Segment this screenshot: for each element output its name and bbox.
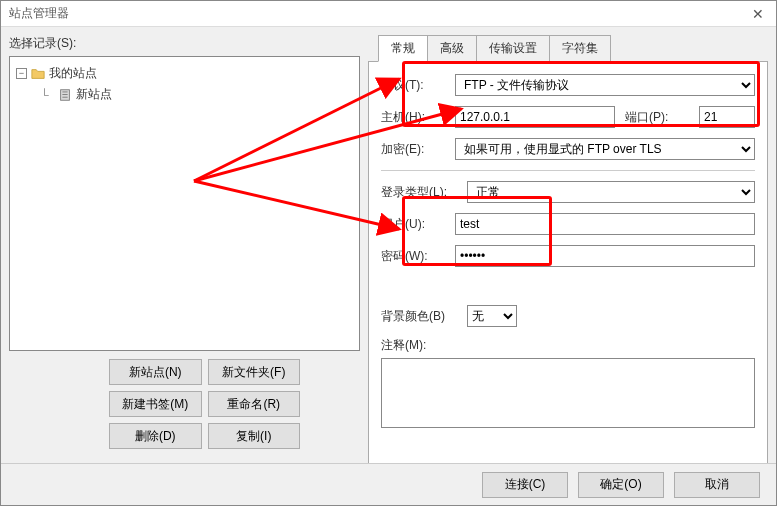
tab-transfer[interactable]: 传输设置 (476, 35, 550, 62)
row-bgcolor: 背景颜色(B) 无 (381, 305, 755, 327)
folder-icon (31, 67, 45, 81)
titlebar: 站点管理器 ✕ (1, 1, 776, 27)
tree-child-label: 新站点 (76, 86, 112, 103)
window-title: 站点管理器 (9, 5, 69, 22)
bgcolor-select[interactable]: 无 (467, 305, 517, 327)
right-pane: 常规 高级 传输设置 字符集 协议(T): FTP - 文件传输协议 主机(H)… (368, 35, 768, 449)
comments-textarea[interactable] (381, 358, 755, 428)
tree-root-label: 我的站点 (49, 65, 97, 82)
row-password: 密码(W): (381, 245, 755, 267)
tree-root[interactable]: − 我的站点 (16, 63, 353, 84)
dialog-footer: 连接(C) 确定(O) 取消 (1, 463, 776, 505)
ok-button[interactable]: 确定(O) (578, 472, 664, 498)
row-protocol: 协议(T): FTP - 文件传输协议 (381, 74, 755, 96)
new-site-button[interactable]: 新站点(N) (109, 359, 202, 385)
new-folder-button[interactable]: 新文件夹(F) (208, 359, 301, 385)
separator (381, 170, 755, 171)
tab-advanced[interactable]: 高级 (427, 35, 477, 62)
content-area: 选择记录(S): − 我的站点 └ 新站点 新站 (1, 27, 776, 457)
server-icon (58, 88, 72, 102)
bgcolor-label: 背景颜色(B) (381, 308, 461, 325)
cancel-button[interactable]: 取消 (674, 472, 760, 498)
site-manager-window: 站点管理器 ✕ 选择记录(S): − 我的站点 └ 新站 (0, 0, 777, 506)
host-input[interactable] (455, 106, 615, 128)
expander-icon[interactable]: − (16, 68, 27, 79)
tab-general[interactable]: 常规 (378, 35, 428, 62)
row-user: 用户(U): (381, 213, 755, 235)
password-input[interactable] (455, 245, 755, 267)
protocol-label: 协议(T): (381, 77, 449, 94)
port-input[interactable] (699, 106, 755, 128)
copy-button[interactable]: 复制(I) (208, 423, 301, 449)
site-tree[interactable]: − 我的站点 └ 新站点 (9, 56, 360, 351)
tab-panel-general: 协议(T): FTP - 文件传输协议 主机(H): 端口(P): 加密(E):… (368, 61, 768, 466)
tree-branch-icon: └ (40, 88, 54, 102)
svg-rect-1 (62, 91, 67, 92)
svg-rect-3 (62, 96, 67, 97)
host-label: 主机(H): (381, 109, 449, 126)
user-input[interactable] (455, 213, 755, 235)
tab-strip: 常规 高级 传输设置 字符集 (378, 35, 777, 62)
port-label: 端口(P): (625, 109, 693, 126)
new-bookmark-button[interactable]: 新建书签(M) (109, 391, 202, 417)
logon-type-select[interactable]: 正常 (467, 181, 755, 203)
left-pane: 选择记录(S): − 我的站点 └ 新站点 新站 (9, 35, 360, 449)
close-icon[interactable]: ✕ (748, 6, 768, 22)
comments-label: 注释(M): (381, 337, 755, 354)
user-label: 用户(U): (381, 216, 449, 233)
svg-rect-2 (62, 94, 67, 95)
protocol-select[interactable]: FTP - 文件传输协议 (455, 74, 755, 96)
tree-child[interactable]: └ 新站点 (16, 84, 353, 105)
row-host: 主机(H): 端口(P): (381, 106, 755, 128)
select-entry-label: 选择记录(S): (9, 35, 360, 52)
delete-button[interactable]: 删除(D) (109, 423, 202, 449)
site-buttons: 新站点(N) 新文件夹(F) 新建书签(M) 重命名(R) 删除(D) 复制(I… (9, 359, 360, 449)
rename-button[interactable]: 重命名(R) (208, 391, 301, 417)
encryption-label: 加密(E): (381, 141, 449, 158)
password-label: 密码(W): (381, 248, 449, 265)
row-logon: 登录类型(L): 正常 (381, 181, 755, 203)
tab-charset[interactable]: 字符集 (549, 35, 611, 62)
encryption-select[interactable]: 如果可用，使用显式的 FTP over TLS (455, 138, 755, 160)
row-encryption: 加密(E): 如果可用，使用显式的 FTP over TLS (381, 138, 755, 160)
connect-button[interactable]: 连接(C) (482, 472, 568, 498)
logon-type-label: 登录类型(L): (381, 184, 461, 201)
